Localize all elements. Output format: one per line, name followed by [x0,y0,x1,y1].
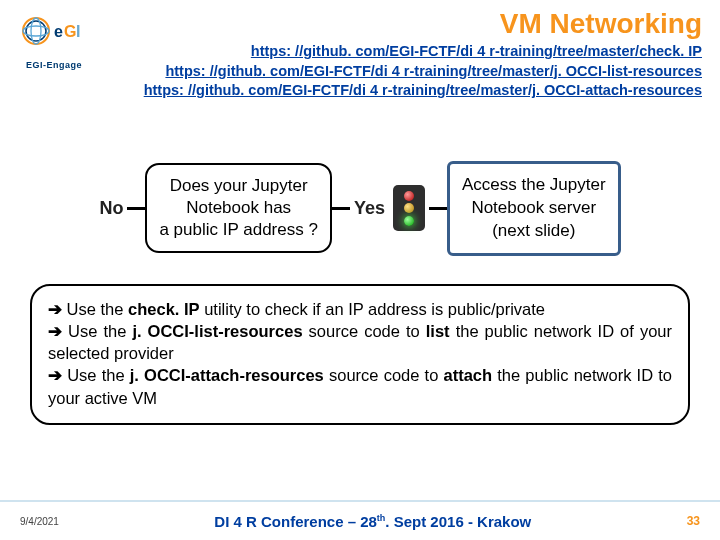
bullet-2: ➔ Use the j. OCCI-list-resources source … [48,320,672,365]
footer-date: 9/4/2021 [20,516,59,527]
connector-left [127,207,145,210]
connector-mid [332,207,350,210]
bullet-3: ➔ Use the j. OCCI-attach-resources sourc… [48,364,672,409]
instructions-box: ➔ Use the check. IP utility to check if … [30,284,690,425]
header: e G I EGI-Engage VM Networking https: //… [0,0,720,101]
svg-text:e: e [54,23,63,40]
link-checkip[interactable]: https: //github. com/EGI-FCTF/di 4 r-tra… [94,42,702,62]
outcome-line2: Notebook server [462,197,606,220]
outcome-line3: (next slide) [462,220,606,243]
flow-diagram: No Does your Jupyter Notebook has a publ… [30,161,690,256]
red-light-icon [404,191,414,201]
outcome-line1: Access the Jupyter [462,174,606,197]
svg-point-1 [26,21,46,41]
links-list: https: //github. com/EGI-FCTF/di 4 r-tra… [94,42,702,101]
outcome-box: Access the Jupyter Notebook server (next… [447,161,621,256]
traffic-light-icon [393,185,425,231]
page-title: VM Networking [94,8,702,40]
decision-box: Does your Jupyter Notebook has a public … [145,163,331,253]
title-block: VM Networking https: //github. com/EGI-F… [94,8,702,101]
footer-page-number: 33 [687,514,700,528]
arrow-icon: ➔ [48,322,62,340]
arrow-icon: ➔ [48,300,62,318]
svg-point-2 [23,26,49,36]
egi-logo-graphic: e G I [14,8,94,58]
decision-line2: Notebook has [159,197,317,219]
decision-line3: a public IP address ? [159,219,317,241]
amber-light-icon [404,203,414,213]
link-jocci-attach[interactable]: https: //github. com/EGI-FCTF/di 4 r-tra… [94,81,702,101]
decision-line1: Does your Jupyter [159,175,317,197]
svg-text:G: G [64,23,76,40]
logo-subtext: EGI-Engage [14,60,94,70]
connector-right [429,207,447,210]
yes-label: Yes [354,198,385,219]
svg-text:I: I [76,23,80,40]
footer: 9/4/2021 DI 4 R Conference – 28th. Sept … [0,500,720,540]
svg-point-3 [31,18,41,44]
green-light-icon [404,216,414,226]
link-jocci-list[interactable]: https: //github. com/EGI-FCTF/di 4 r-tra… [94,62,702,82]
arrow-icon: ➔ [48,366,62,384]
no-label: No [99,198,123,219]
footer-center: DI 4 R Conference – 28th. Sept 2016 - Kr… [214,513,531,530]
bullet-1: ➔ Use the check. IP utility to check if … [48,298,672,320]
svg-point-0 [23,18,49,44]
egi-logo: e G I EGI-Engage [14,8,94,58]
